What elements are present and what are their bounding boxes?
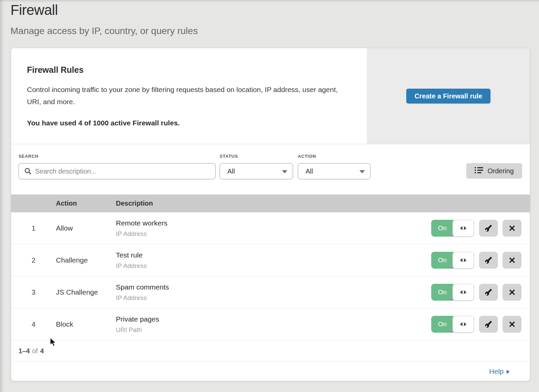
help-link-label: Help [489, 367, 504, 375]
row-description: Spam comments IP Address [116, 283, 431, 302]
action-select-value: All [306, 168, 313, 175]
x-icon [509, 289, 515, 296]
table-header: Action Description [11, 194, 530, 212]
row-match-type: IP Address [116, 230, 431, 238]
status-field: STATUS All [220, 154, 293, 194]
arrow-left-icon [460, 226, 463, 230]
rules-usage-note: You have used 4 of 1000 active Firewall … [27, 119, 353, 127]
page-subtitle: Manage access by IP, country, or query r… [10, 26, 198, 36]
table-row: 1 Allow Remote workers IP Address On [11, 212, 530, 244]
arrow-right-icon [464, 226, 467, 230]
row-action: Allow [56, 224, 116, 232]
row-action: Challenge [56, 256, 116, 264]
edit-rule-button[interactable] [479, 316, 498, 333]
table-row: 4 Block Private pages URI Path On [11, 308, 530, 340]
row-description: Private pages URI Path [116, 315, 431, 334]
table-row: 3 JS Challenge Spam comments IP Address … [11, 276, 530, 308]
wrench-icon [485, 224, 492, 232]
rules-info-text: Firewall Rules Control incoming traffic … [11, 48, 367, 144]
table-row: 2 Challenge Test rule IP Address On [11, 244, 530, 276]
toggle-on-label: On [431, 220, 453, 237]
search-input[interactable] [19, 163, 216, 179]
status-label: STATUS [220, 154, 293, 159]
ordering-button-label: Ordering [487, 167, 514, 175]
pagination-total: 4 [40, 347, 44, 355]
arrow-left-icon [460, 258, 463, 262]
delete-rule-button[interactable] [503, 316, 521, 333]
toggle-on-label: On [431, 252, 453, 269]
rules-card-description: Control incoming traffic to your zone by… [27, 84, 345, 108]
row-controls: On [431, 252, 530, 269]
row-controls: On [431, 220, 530, 237]
toggle-handle[interactable] [452, 316, 474, 333]
rule-enabled-toggle[interactable]: On [431, 252, 474, 269]
x-icon [509, 257, 515, 264]
x-icon [509, 225, 515, 232]
chevron-down-icon [282, 170, 287, 173]
edit-rule-button[interactable] [479, 284, 498, 301]
rules-card-title: Firewall Rules [27, 65, 353, 75]
toggle-handle[interactable] [452, 220, 474, 237]
rules-info-section: Firewall Rules Control incoming traffic … [11, 48, 530, 144]
wrench-icon [485, 257, 492, 264]
row-controls: On [431, 284, 530, 301]
row-match-type: URI Path [116, 326, 431, 334]
arrow-right-icon [507, 370, 510, 374]
help-link[interactable]: Help [489, 367, 510, 375]
arrow-left-icon [460, 290, 463, 294]
row-description-title: Test rule [116, 251, 431, 259]
delete-rule-button[interactable] [503, 284, 521, 301]
pagination: 1–4 of 4 [11, 340, 530, 362]
ordering-list-icon [475, 167, 483, 176]
filter-bar: SEARCH STATUS All ACTION All [11, 144, 530, 194]
status-select[interactable]: All [220, 163, 293, 179]
status-select-value: All [227, 168, 235, 175]
toggle-handle[interactable] [452, 284, 474, 301]
wrench-icon [485, 289, 492, 296]
edit-rule-button[interactable] [479, 252, 498, 269]
edit-rule-button[interactable] [479, 220, 498, 237]
toggle-handle[interactable] [452, 252, 474, 269]
search-box [19, 163, 216, 179]
pagination-range: 1–4 [19, 347, 30, 355]
row-priority: 1 [11, 224, 56, 232]
create-firewall-rule-button[interactable]: Create a Firewall rule [406, 89, 490, 103]
row-action: Block [56, 320, 116, 328]
rule-enabled-toggle[interactable]: On [431, 284, 474, 301]
ordering-button[interactable]: Ordering [466, 163, 522, 179]
chevron-down-icon [359, 170, 365, 173]
rules-info-side-panel: Create a Firewall rule [367, 48, 530, 144]
row-priority: 2 [11, 257, 56, 264]
toggle-on-label: On [431, 284, 453, 301]
column-header-action: Action [56, 200, 116, 207]
row-description: Test rule IP Address [116, 251, 431, 270]
toggle-on-label: On [431, 316, 453, 333]
search-label: SEARCH [19, 154, 216, 159]
page-title: Firewall [10, 2, 58, 18]
row-controls: On [431, 316, 530, 333]
action-label: ACTION [298, 154, 371, 159]
pagination-of: of [32, 347, 38, 355]
arrow-right-icon [464, 322, 467, 326]
search-icon [24, 168, 32, 176]
delete-rule-button[interactable] [503, 252, 521, 269]
x-icon [509, 321, 515, 328]
row-description: Remote workers IP Address [116, 219, 431, 238]
row-description-title: Spam comments [116, 283, 431, 291]
row-description-title: Remote workers [116, 219, 431, 227]
delete-rule-button[interactable] [503, 220, 521, 237]
action-select[interactable]: All [298, 163, 371, 179]
arrow-right-icon [464, 258, 467, 262]
action-field: ACTION All [298, 154, 371, 194]
wrench-icon [485, 321, 492, 328]
row-match-type: IP Address [116, 294, 431, 302]
firewall-rules-card: Firewall Rules Control incoming traffic … [11, 48, 530, 381]
arrow-left-icon [460, 322, 463, 326]
rule-enabled-toggle[interactable]: On [431, 316, 474, 333]
column-header-description: Description [116, 200, 530, 207]
rule-enabled-toggle[interactable]: On [431, 220, 474, 237]
row-action: JS Challenge [56, 288, 116, 296]
arrow-right-icon [464, 290, 467, 294]
row-match-type: IP Address [116, 262, 431, 270]
row-priority: 3 [11, 289, 56, 296]
